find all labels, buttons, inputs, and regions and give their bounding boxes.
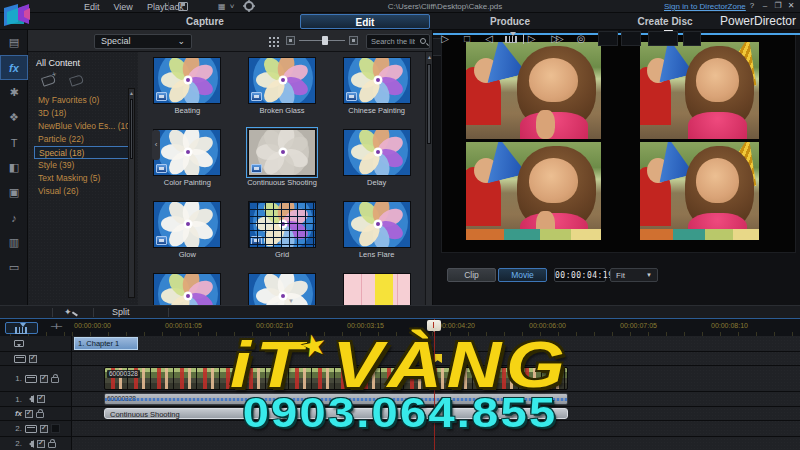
chapter-room-icon[interactable]: ▥ [0, 230, 28, 255]
category-3d[interactable]: 3D (18) [34, 107, 130, 120]
play-button[interactable]: ▷ [437, 32, 453, 46]
effect-thumbnail[interactable] [343, 201, 411, 248]
chapter-clip[interactable]: 1. Chapter 1 [74, 337, 138, 350]
settings-gear-icon[interactable] [244, 1, 254, 11]
video-track-1-lane[interactable]: 60000328 [72, 366, 800, 391]
lock-icon[interactable] [36, 412, 44, 418]
effect-thumbnail[interactable] [343, 129, 411, 176]
effect-thumbnail[interactable] [343, 273, 411, 305]
magic-wand-icon[interactable]: ✦ [64, 307, 72, 317]
lock-icon[interactable] [48, 442, 56, 448]
transition-room-icon[interactable]: ◧ [0, 155, 28, 180]
particle-room-icon[interactable]: ❖ [0, 105, 28, 130]
audio-track-1-lane[interactable]: 60000328 [72, 392, 800, 406]
minimize-button[interactable]: – [759, 0, 771, 13]
search-icon[interactable] [420, 38, 426, 44]
zoom-in-icon[interactable] [349, 36, 358, 45]
playhead-handle[interactable] [427, 320, 441, 331]
audio-track-1-header[interactable]: 1. [0, 392, 72, 406]
scrollbar-thumb[interactable] [130, 99, 133, 159]
effect-item-chinese-painting[interactable]: Chinese Painting [329, 55, 424, 127]
video-clip[interactable]: 60000328 [104, 367, 568, 390]
effect-item-broken-glass[interactable]: Broken Glass [235, 55, 330, 127]
category-particle[interactable]: Particle (22) [34, 133, 130, 146]
chapter-track-lane[interactable]: 1. Chapter 1 [72, 336, 800, 351]
restore-button[interactable]: ❐ [772, 0, 784, 13]
close-button[interactable]: ✕ [785, 0, 797, 13]
tab-produce[interactable]: Produce [470, 14, 550, 29]
audio-track-2-lane[interactable] [72, 437, 800, 450]
preview-screen[interactable] [441, 33, 796, 253]
fit-timeline-icon[interactable]: ⊣⊢ [50, 322, 62, 331]
category-style[interactable]: Style (39) [34, 159, 130, 172]
step-seek-button[interactable] [505, 36, 517, 43]
timeline-ruler[interactable]: ⊣⊢ 00:00:00:0000:00:01:0500:00:02:1000:0… [0, 318, 800, 336]
scrollbar-thumb[interactable] [427, 64, 431, 144]
category-special[interactable]: Special (18) [34, 146, 130, 159]
track-option-box[interactable] [51, 424, 60, 433]
subtitle-room-icon[interactable]: ▭ [0, 255, 28, 280]
effect-thumbnail[interactable] [153, 129, 221, 176]
effect-track-header[interactable]: fx [0, 407, 72, 420]
collapse-categories-button[interactable]: ‹ [152, 130, 160, 160]
playhead-line[interactable] [434, 319, 435, 450]
effect-item-continuous-shooting[interactable]: Continuous Shooting [235, 127, 330, 199]
tab-edit[interactable]: Edit [300, 14, 430, 29]
menu-view[interactable]: View [114, 2, 133, 12]
timecode-display[interactable]: 00:00:04:19 [554, 268, 606, 282]
track-enabled-checkbox[interactable] [40, 375, 48, 383]
effect-clip[interactable]: Continuous Shooting [104, 408, 568, 419]
chapter-marker-flag[interactable] [434, 354, 442, 363]
thumbnail-zoom-slider[interactable] [286, 35, 358, 47]
effect-item[interactable] [329, 271, 424, 305]
track-enabled-checkbox[interactable] [40, 425, 48, 433]
effect-item-beating[interactable]: Beating [140, 55, 235, 127]
category-newblue-video-es-[interactable]: NewBlue Video Es... (10) [34, 120, 130, 133]
track-enabled-checkbox[interactable] [37, 395, 45, 403]
effect-thumbnail[interactable] [343, 57, 411, 104]
effect-item-lens-flare[interactable]: Lens Flare [329, 199, 424, 271]
category-my-favorites[interactable]: My Favorites (0) [34, 94, 130, 107]
audio-track-2-header[interactable]: 2. [0, 437, 72, 450]
category-visual[interactable]: Visual (26) [34, 185, 130, 198]
category-header[interactable]: All Content [36, 58, 80, 68]
pip-objects-room-icon[interactable]: ✱ [0, 80, 28, 105]
previous-frame-button[interactable]: ◁ [481, 32, 497, 46]
ruler-mode-button[interactable] [5, 322, 38, 334]
snapshot-button[interactable]: ◎ [573, 32, 589, 46]
category-text-masking[interactable]: Text Masking (5) [34, 172, 130, 185]
effect-item-delay[interactable]: Delay [329, 127, 424, 199]
video-track-1-header[interactable]: 1. [0, 366, 72, 391]
video-track-2-header[interactable]: 2. [0, 421, 72, 436]
remove-tag-icon[interactable] [69, 74, 84, 87]
effect-thumbnail[interactable] [248, 129, 316, 176]
effect-item-glow[interactable]: Glow [140, 199, 235, 271]
marker-track-lane[interactable] [72, 352, 800, 365]
audio-mixing-room-icon[interactable]: ▣ [0, 180, 28, 205]
lock-icon[interactable] [51, 377, 59, 383]
effects-room-icon[interactable]: fx [0, 55, 28, 80]
add-tag-icon[interactable]: + [41, 74, 56, 87]
effect-thumbnail[interactable] [153, 273, 221, 305]
track-enabled-checkbox[interactable] [37, 440, 45, 448]
search-input[interactable] [369, 36, 417, 47]
zoom-out-icon[interactable] [286, 36, 295, 45]
effect-thumbnail[interactable] [153, 57, 221, 104]
fit-zoom-dropdown[interactable]: Fit ▼ [610, 268, 658, 282]
track-enabled-checkbox[interactable] [25, 410, 33, 418]
tab-capture[interactable]: Capture [160, 14, 250, 29]
effect-thumbnail[interactable] [248, 57, 316, 104]
effects-grid-scrollbar[interactable]: ▲ [425, 52, 432, 305]
marker-track-header[interactable] [0, 352, 72, 365]
media-room-icon[interactable]: ▤ [0, 30, 28, 55]
audio-clip[interactable]: 60000328 [104, 393, 568, 405]
grid-view-icon[interactable] [268, 36, 279, 47]
aspect-ratio-dropdown-icon[interactable]: ▦ ˅ [218, 2, 240, 11]
next-frame-button[interactable]: ▷ [523, 34, 539, 44]
voiceover-room-icon[interactable]: ♪ [0, 205, 28, 230]
category-scrollbar[interactable]: ▲ [128, 88, 135, 298]
effect-item-grid[interactable]: Grid [235, 199, 330, 271]
scroll-up-icon[interactable]: ▲ [129, 89, 134, 97]
chapter-track-header[interactable] [0, 336, 72, 351]
stop-button[interactable]: □ [459, 32, 475, 46]
